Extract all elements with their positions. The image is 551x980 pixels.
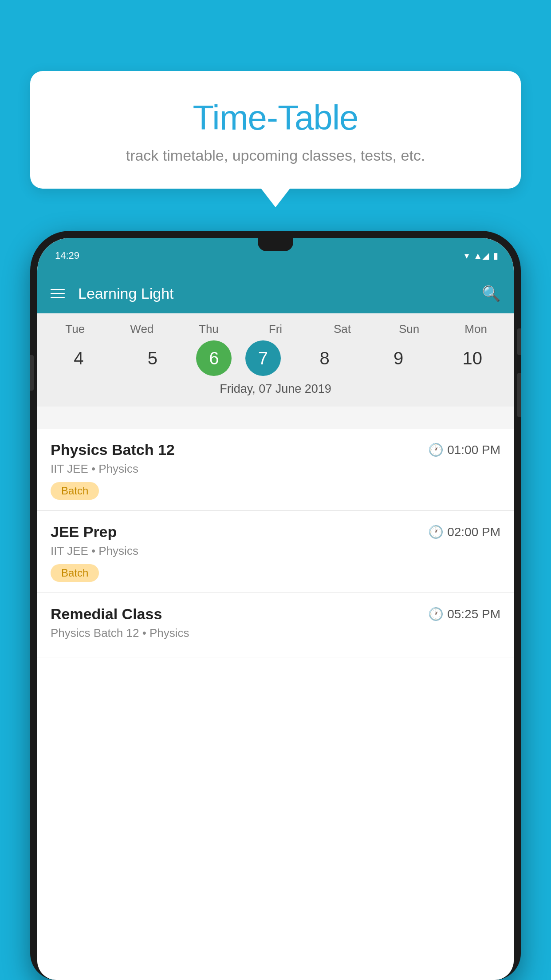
app-title: Learning Light (78, 285, 482, 302)
search-icon[interactable]: 🔍 (482, 285, 500, 302)
schedule-item-3-subtitle: Physics Batch 12 • Physics (51, 626, 500, 640)
schedule-item-2-time: 🕐 02:00 PM (428, 525, 500, 539)
power-button-top (517, 328, 521, 355)
menu-icon[interactable] (51, 289, 65, 298)
weekday-sun: Sun (379, 322, 439, 336)
schedule-item-3-title: Remedial Class (51, 605, 162, 623)
dates-row: 4 5 6 7 8 9 10 (37, 340, 514, 376)
schedule-item-1-badge: Batch (51, 482, 99, 500)
schedule-item-1-time: 🕐 01:00 PM (428, 443, 500, 457)
schedule-item-3-header: Remedial Class 🕐 05:25 PM (51, 605, 500, 623)
wifi-icon: ▾ (464, 250, 469, 261)
app-bar: Learning Light 🔍 (37, 273, 514, 313)
weekday-wed: Wed (112, 322, 172, 336)
schedule-item-1[interactable]: Physics Batch 12 🕐 01:00 PM IIT JEE • Ph… (37, 429, 514, 511)
weekday-fri: Fri (245, 322, 306, 336)
clock-icon-1: 🕐 (428, 443, 444, 457)
weekday-thu: Thu (178, 322, 239, 336)
schedule-item-2-subtitle: IIT JEE • Physics (51, 544, 500, 558)
schedule-item-2-badge: Batch (51, 564, 99, 582)
schedule-item-3[interactable]: Remedial Class 🕐 05:25 PM Physics Batch … (37, 593, 514, 657)
weekday-sat: Sat (312, 322, 373, 336)
tooltip-title: Time-Table (52, 98, 499, 138)
clock-icon-3: 🕐 (428, 607, 444, 621)
weekday-mon: Mon (446, 322, 506, 336)
notch (258, 238, 293, 251)
schedule-item-2-header: JEE Prep 🕐 02:00 PM (51, 523, 500, 541)
status-time: 14:29 (37, 250, 464, 261)
calendar-section: Tue Wed Thu Fri Sat Sun Mon 4 5 6 7 8 9 … (37, 313, 514, 407)
tooltip-subtitle: track timetable, upcoming classes, tests… (52, 147, 499, 164)
status-bar: 14:29 ▾ ▲◢ ▮ (37, 238, 514, 273)
weekday-tue: Tue (45, 322, 105, 336)
schedule-item-1-subtitle: IIT JEE • Physics (51, 462, 500, 476)
schedule-item-2-title: JEE Prep (51, 523, 117, 541)
selected-date-label: Friday, 07 June 2019 (37, 382, 514, 402)
date-10[interactable]: 10 (442, 340, 503, 376)
clock-icon-2: 🕐 (428, 525, 444, 539)
schedule-item-1-header: Physics Batch 12 🕐 01:00 PM (51, 441, 500, 458)
signal-icon: ▲◢ (473, 250, 489, 261)
date-8[interactable]: 8 (295, 340, 355, 376)
date-6-today[interactable]: 6 (196, 340, 232, 376)
phone-screen: 14:29 ▾ ▲◢ ▮ Learning Light 🔍 Tue Wed Th… (37, 238, 514, 980)
schedule-item-1-title: Physics Batch 12 (51, 441, 175, 458)
schedule-item-2[interactable]: JEE Prep 🕐 02:00 PM IIT JEE • Physics Ba… (37, 511, 514, 593)
weekdays-row: Tue Wed Thu Fri Sat Sun Mon (37, 322, 514, 336)
date-7-selected[interactable]: 7 (245, 340, 281, 376)
schedule-list: Physics Batch 12 🕐 01:00 PM IIT JEE • Ph… (37, 429, 514, 980)
schedule-item-3-time: 🕐 05:25 PM (428, 607, 500, 621)
date-5[interactable]: 5 (122, 340, 183, 376)
power-button-bottom (517, 373, 521, 417)
volume-button (30, 355, 34, 391)
tooltip-card: Time-Table track timetable, upcoming cla… (30, 71, 521, 189)
date-9[interactable]: 9 (368, 340, 429, 376)
battery-icon: ▮ (493, 250, 498, 261)
status-icons: ▾ ▲◢ ▮ (464, 250, 514, 261)
date-4[interactable]: 4 (48, 340, 109, 376)
phone-shell: 14:29 ▾ ▲◢ ▮ Learning Light 🔍 Tue Wed Th… (30, 231, 521, 980)
